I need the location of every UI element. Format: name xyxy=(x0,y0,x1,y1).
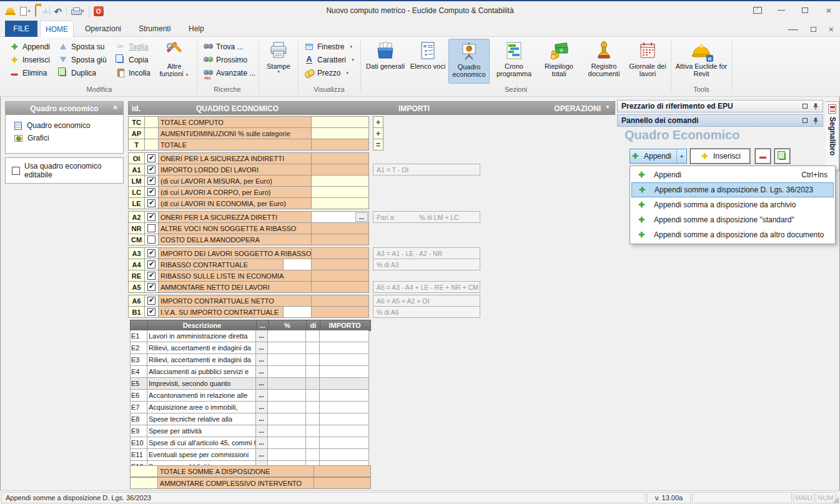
ellipsis-button[interactable]: ... xyxy=(255,353,268,366)
checkbox-checked-icon[interactable] xyxy=(147,154,156,162)
row-check-cell[interactable] xyxy=(144,152,159,164)
row-check-cell[interactable] xyxy=(144,281,159,293)
minimize-button[interactable]: — xyxy=(776,5,786,15)
row-desc[interactable]: Imprevisti, secondo quanto xyxy=(147,377,256,390)
prezzario-panel-header[interactable]: Prezzario di riferimento ed EPU xyxy=(617,100,823,112)
checkbox-checked-icon[interactable] xyxy=(147,249,156,257)
sposta-giu-button[interactable]: Sposta giù xyxy=(56,53,109,66)
percent-cell[interactable] xyxy=(267,460,306,465)
appendi-dropdown-arrow[interactable]: ▼ xyxy=(676,149,686,163)
sidebar-item-quadro-economico[interactable]: Quadro economico xyxy=(6,119,123,132)
finestre-button[interactable]: Finestre xyxy=(302,40,357,53)
checkbox-unchecked-icon[interactable] xyxy=(147,224,156,232)
ellipsis-button[interactable]: ... xyxy=(255,401,268,413)
ellipsis-button[interactable]: ... xyxy=(255,437,268,449)
tab-strumenti[interactable]: Strumenti xyxy=(130,21,179,37)
di-cell[interactable] xyxy=(305,365,320,378)
row-desc[interactable]: Spese per pubblicità xyxy=(147,460,256,465)
ellipsis-button[interactable]: ... xyxy=(255,342,268,354)
col-header-operazioni[interactable]: OPERAZIONI xyxy=(554,104,601,113)
amount-field[interactable] xyxy=(311,175,369,187)
document-minimize-button[interactable]: — xyxy=(788,24,798,35)
ellipsis-button[interactable]: ... xyxy=(255,460,268,465)
percent-cell[interactable] xyxy=(267,425,306,437)
collapse-ribbon-button[interactable] xyxy=(753,5,763,15)
di-cell[interactable] xyxy=(305,413,320,425)
percent-cell[interactable] xyxy=(267,401,306,413)
altre-funzioni-button[interactable]: Altre funzioni xyxy=(155,39,194,84)
di-cell[interactable] xyxy=(305,342,320,354)
panel-appendi-button[interactable]: Appendi ▼ xyxy=(630,149,687,164)
importo-cell[interactable] xyxy=(319,413,369,425)
document-restore-button[interactable] xyxy=(811,27,816,32)
amount-field[interactable] xyxy=(311,186,369,198)
percent-cell[interactable] xyxy=(267,330,306,342)
percent-cell[interactable] xyxy=(267,353,306,366)
percent-cell[interactable] xyxy=(267,377,306,390)
tab-operazioni[interactable]: Operazioni xyxy=(76,21,130,37)
sposta-su-button[interactable]: Sposta su xyxy=(56,40,109,53)
filter-chevron-icon[interactable]: ▼ xyxy=(605,104,610,110)
caratteri-button[interactable]: Caratteri xyxy=(302,53,357,66)
panel-elimina-button[interactable] xyxy=(755,149,771,164)
row-check-cell[interactable] xyxy=(144,306,159,318)
appendi-button[interactable]: Appendi xyxy=(7,40,52,53)
menu-item-appendi-da-archivio[interactable]: Appendi somma a disposizione da archivio xyxy=(631,197,834,212)
attiva-euclide-revit-button[interactable]: R Attiva Euclide for Revit xyxy=(674,39,728,84)
segnalibro-tab[interactable]: Segnalibro xyxy=(826,101,839,171)
row-desc[interactable]: Rilievi, accertamenti e indagini da xyxy=(147,353,256,366)
giornale-dei-lavori-button[interactable]: Giornale dei lavori xyxy=(627,39,668,84)
percent-input[interactable] xyxy=(283,259,311,270)
panel-inserisci-button[interactable]: Inserisci xyxy=(690,149,750,164)
di-cell[interactable] xyxy=(305,425,320,437)
row-check-cell[interactable] xyxy=(144,175,159,187)
amount-field[interactable] xyxy=(311,127,369,139)
menu-item-appendi-da-altro-documento[interactable]: Appendi somme a disposizione da altro do… xyxy=(631,227,834,242)
riepilogo-totali-button[interactable]: Riepilogo totali xyxy=(538,39,580,84)
tab-help[interactable]: Help xyxy=(180,21,213,37)
op-plus-button[interactable]: + xyxy=(373,127,383,139)
di-cell[interactable] xyxy=(305,330,320,342)
menu-item-appendi-standard[interactable]: Appendi somme a disposizione "standard" xyxy=(631,212,834,227)
duplica-button[interactable]: Duplica xyxy=(56,66,109,79)
di-cell[interactable] xyxy=(305,377,320,390)
elimina-button[interactable]: Elimina xyxy=(7,66,52,79)
menu-item-appendi[interactable]: Appendi Ctrl+Ins xyxy=(631,167,834,182)
importo-cell[interactable] xyxy=(319,437,369,449)
importo-cell[interactable] xyxy=(319,401,369,413)
close-button[interactable]: × xyxy=(824,5,834,15)
pin-icon[interactable] xyxy=(813,103,819,110)
registro-documenti-button[interactable]: Registro documenti xyxy=(583,39,625,84)
percent-cell[interactable] xyxy=(267,342,306,354)
di-cell[interactable] xyxy=(305,401,320,413)
di-cell[interactable] xyxy=(305,437,320,449)
importo-cell[interactable] xyxy=(319,448,369,461)
row-desc[interactable]: Rilievi, accertamenti e indagini da xyxy=(147,342,256,354)
amount-field[interactable] xyxy=(311,116,369,128)
checkbox-checked-icon[interactable] xyxy=(147,283,156,291)
importo-cell[interactable] xyxy=(319,365,369,378)
checkbox-checked-icon[interactable] xyxy=(147,199,156,207)
row-check-cell[interactable] xyxy=(144,247,159,259)
ellipsis-button[interactable]: ... xyxy=(255,377,268,390)
ellipsis-button[interactable]: ... xyxy=(255,365,268,378)
collapse-chevron-icon[interactable]: « xyxy=(112,106,121,110)
checkbox-checked-icon[interactable] xyxy=(147,188,156,196)
row-check-cell[interactable] xyxy=(144,234,159,245)
percent-cell[interactable] xyxy=(267,437,306,449)
percent-input[interactable] xyxy=(283,307,311,317)
row-desc[interactable]: Spese di cui all'articolo 45, commi 6 xyxy=(147,437,256,449)
copia-button[interactable]: Copia xyxy=(114,53,152,66)
ellipsis-button[interactable]: ... xyxy=(255,413,268,425)
percent-cell[interactable] xyxy=(267,413,306,425)
row-desc[interactable]: Accantonamenti in relazione alle xyxy=(147,389,256,402)
tab-file[interactable]: FILE xyxy=(5,21,37,37)
importo-cell[interactable] xyxy=(319,342,369,354)
row-desc[interactable]: Spese tecniche relative alla xyxy=(147,413,256,425)
pin-icon[interactable] xyxy=(813,117,819,124)
di-cell[interactable] xyxy=(305,448,320,461)
elenco-voci-button[interactable]: Elenco voci xyxy=(407,39,448,84)
ellipsis-button[interactable]: ... xyxy=(255,389,268,402)
quadro-economico-button[interactable]: Quadro economico xyxy=(448,39,490,84)
checkbox-checked-icon[interactable] xyxy=(147,177,156,185)
